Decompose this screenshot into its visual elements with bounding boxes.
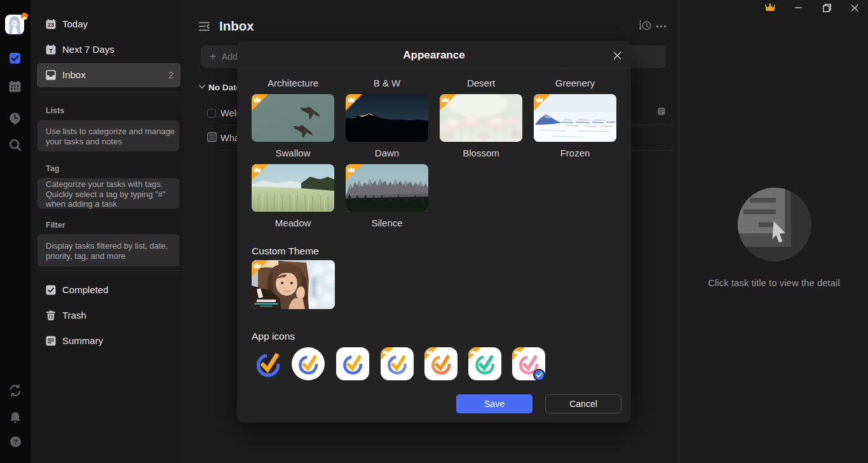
- svg-text:?: ?: [13, 438, 18, 446]
- svg-text:T: T: [49, 47, 53, 54]
- svg-text:23: 23: [48, 22, 54, 28]
